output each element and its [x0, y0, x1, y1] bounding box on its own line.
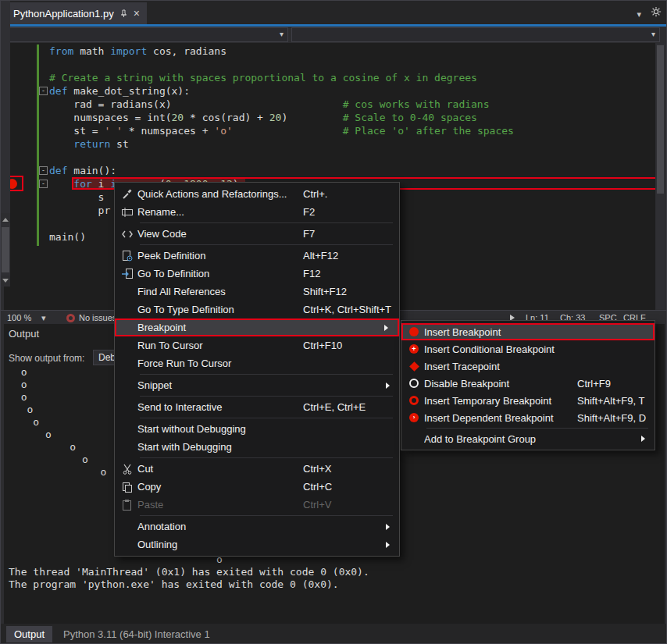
menu-item-outlining[interactable]: Outlining	[115, 535, 399, 553]
code-segment: 20	[172, 112, 184, 123]
scroll-down-button[interactable]	[1, 276, 10, 286]
editor-vertical-scrollbar[interactable]	[656, 44, 665, 309]
menu-item-label: Go To Definition	[137, 268, 303, 279]
menu-item-snippet[interactable]: Snippet	[115, 376, 399, 394]
menu-item-copy[interactable]: CopyCtrl+C	[115, 478, 399, 496]
menu-item-quick-actions-and-refactorings[interactable]: Quick Actions and Refactorings...Ctrl+.	[115, 185, 399, 203]
menu-item-shortcut: Ctrl+C	[303, 481, 393, 493]
code-segment: return	[73, 138, 110, 150]
tab-list-dropdown-icon[interactable]	[637, 6, 641, 20]
bp-dependent-icon: ›	[404, 413, 424, 422]
menu-item-peek-definition[interactable]: Peek DefinitionAlt+F12	[115, 247, 399, 265]
menu-item-go-to-definition[interactable]: Go To DefinitionF12	[115, 265, 399, 283]
menu-separator	[140, 396, 393, 397]
cut-icon	[117, 463, 137, 475]
code-line-3[interactable]: # Create a string with spaces proportion…	[4, 71, 655, 84]
peek-icon	[117, 250, 137, 262]
menu-item-view-code[interactable]: View CodeF7	[115, 225, 399, 243]
menu-item-shortcut: F2	[303, 206, 393, 218]
menu-item-shortcut: Ctrl+.	[303, 188, 393, 200]
code-segment: math	[73, 45, 110, 57]
bottom-panel-tab-bar: Output Python 3.11 (64-bit) Interactive …	[1, 624, 666, 644]
submenu-item-insert-conditional-breakpoint[interactable]: +Insert Conditional Breakpoint	[401, 340, 655, 358]
code-line-6[interactable]: numspaces = int(20 * cos(rad) + 20) # Sc…	[4, 111, 655, 124]
submenu-arrow-icon	[641, 436, 648, 442]
code-segment	[49, 138, 73, 150]
code-segment: s	[49, 191, 104, 203]
pin-icon[interactable]	[119, 9, 128, 18]
output-scrollbar-thumb[interactable]	[2, 227, 9, 272]
code-segment: numspaces = int(	[49, 112, 172, 123]
menu-item-annotation[interactable]: Annotation	[115, 518, 399, 535]
code-line-4[interactable]: -def make_dot_string(x):	[4, 84, 655, 98]
code-line-5[interactable]: rad = radians(x) # cos works with radian…	[4, 98, 655, 111]
submenu-arrow-icon	[386, 524, 393, 530]
code-line-2[interactable]	[4, 58, 655, 71]
submenu-item-insert-breakpoint[interactable]: Insert Breakpoint	[401, 323, 655, 340]
zoom-level-dropdown[interactable]: 100 %	[7, 313, 31, 322]
menu-item-label: View Code	[137, 228, 303, 240]
menu-separator	[140, 515, 393, 516]
menu-item-breakpoint[interactable]: Breakpoint	[115, 318, 399, 336]
editor-scrollbar-thumb[interactable]	[657, 45, 664, 194]
menu-item-paste[interactable]: PasteCtrl+V	[115, 496, 399, 514]
menu-item-label: Start with Debugging	[137, 441, 303, 453]
tab-python-interactive[interactable]: Python 3.11 (64-bit) Interactive 1	[55, 626, 218, 642]
fold-collapse-icon[interactable]: -	[39, 180, 48, 188]
paste-icon	[117, 499, 137, 511]
code-segment: # Scale to 0-40 spaces	[343, 112, 477, 123]
menu-item-find-all-references[interactable]: Find All ReferencesShift+F12	[115, 283, 399, 301]
tab-title: PythonApplication1.py	[13, 8, 114, 20]
code-segment: from	[49, 45, 73, 57]
menu-item-rename[interactable]: Rename...F2	[115, 203, 399, 221]
code-line-9[interactable]	[4, 151, 655, 164]
menu-item-shortcut: Ctrl+F9	[577, 378, 648, 390]
nav-member-dropdown[interactable]	[291, 27, 660, 42]
tab-pythonapplication1[interactable]: PythonApplication1.py ×	[6, 2, 147, 24]
code-segment: * numspaces +	[123, 125, 214, 137]
submenu-item-insert-tracepoint[interactable]: Insert Tracepoint	[401, 358, 655, 375]
fold-collapse-icon[interactable]: -	[39, 166, 48, 175]
fold-collapse-icon[interactable]: -	[39, 87, 48, 95]
menu-separator	[140, 374, 393, 375]
menu-item-label: Quick Actions and Refactorings...	[137, 188, 303, 200]
close-icon[interactable]: ×	[134, 8, 140, 19]
menu-item-start-without-debugging[interactable]: Start without Debugging	[115, 420, 399, 438]
menu-item-shortcut: F7	[303, 228, 393, 240]
output-messages: The thread 'MainThread' (0x1) has exited…	[9, 566, 369, 591]
code-line-10[interactable]: -def main():	[4, 164, 655, 177]
code-line-8[interactable]: return st	[4, 137, 655, 151]
code-segment: pr	[49, 205, 110, 216]
menu-item-label: Cut	[137, 463, 303, 475]
menu-separator	[140, 418, 393, 418]
menu-item-start-with-debugging[interactable]: Start with Debugging	[115, 438, 399, 456]
menu-item-label: Find All References	[137, 286, 303, 297]
menu-item-run-to-cursor[interactable]: Run To CursorCtrl+F10	[115, 336, 399, 354]
menu-separator	[140, 457, 393, 458]
menu-separator	[140, 244, 393, 245]
zoom-caret-icon[interactable]	[41, 313, 46, 323]
submenu-item-insert-dependent-breakpoint[interactable]: ›Insert Dependent BreakpointShift+Alt+F9…	[401, 409, 655, 426]
code-segment	[233, 125, 343, 137]
code-segment: )	[281, 112, 342, 123]
code-segment: # cos works with radians	[343, 98, 490, 110]
submenu-item-disable-breakpoint[interactable]: Disable BreakpointCtrl+F9	[401, 375, 655, 392]
code-segment: main():	[67, 165, 116, 176]
breakpoint-submenu: Insert Breakpoint+Insert Conditional Bre…	[401, 320, 655, 450]
submenu-item-insert-temporary-breakpoint[interactable]: Insert Temporary BreakpointShift+Alt+F9,…	[401, 392, 655, 409]
tab-output[interactable]: Output	[6, 626, 52, 642]
scroll-up-icon	[2, 215, 9, 222]
menu-separator	[426, 428, 648, 429]
code-line-1[interactable]: from math import cos, radians	[4, 44, 655, 58]
menu-item-cut[interactable]: CutCtrl+X	[115, 460, 399, 478]
submenu-item-add-to-breakpoint-group[interactable]: Add to Breakpoint Group	[401, 430, 655, 447]
gear-icon[interactable]	[651, 6, 662, 20]
rename-icon	[117, 206, 137, 219]
menu-item-force-run-to-cursor[interactable]: Force Run To Cursor	[115, 354, 399, 372]
submenu-arrow-icon	[386, 542, 393, 548]
code-line-7[interactable]: st = ' ' * numspaces + 'o' # Place 'o' a…	[4, 124, 655, 137]
nav-scope-dropdown[interactable]	[5, 27, 288, 42]
menu-item-send-to-interactive[interactable]: Send to InteractiveCtrl+E, Ctrl+E	[115, 398, 399, 416]
menu-item-go-to-type-definition[interactable]: Go To Type DefinitionCtrl+K, Ctrl+Shift+…	[115, 301, 399, 318]
scroll-up-button[interactable]	[1, 213, 10, 223]
